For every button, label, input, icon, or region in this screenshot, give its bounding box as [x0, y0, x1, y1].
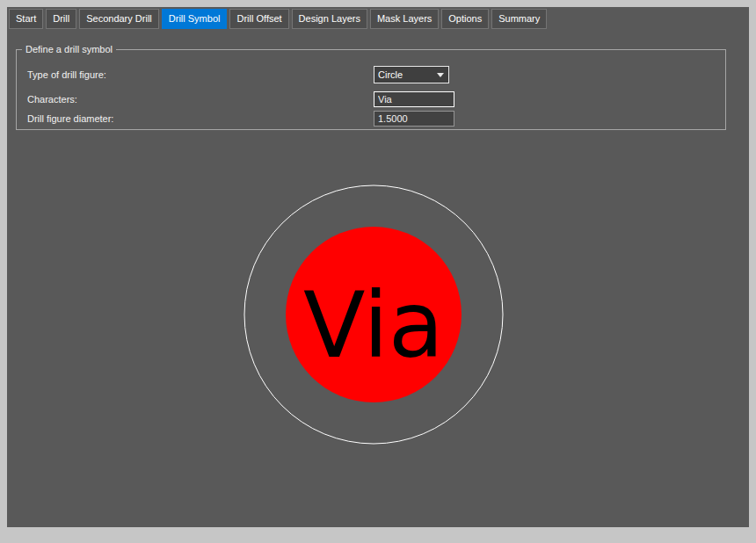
tab-start[interactable]: Start	[9, 9, 43, 29]
dialog-panel: Start Drill Secondary Drill Drill Symbol…	[7, 7, 749, 527]
drill-characters-text: Via	[303, 272, 444, 378]
drill-figure-diameter-label: Drill figure diameter:	[27, 113, 374, 124]
field-row-characters: Characters:	[27, 91, 715, 107]
drill-symbol-preview: Via	[233, 174, 514, 455]
tab-options[interactable]: Options	[441, 9, 489, 29]
characters-input[interactable]	[374, 91, 454, 107]
drill-figure-type-select[interactable]: Circle	[374, 66, 449, 83]
tab-drill-symbol[interactable]: Drill Symbol	[162, 9, 228, 29]
characters-label: Characters:	[27, 94, 374, 105]
drill-figure-type-value: Circle	[378, 69, 403, 80]
tab-bar: Start Drill Secondary Drill Drill Symbol…	[7, 7, 749, 29]
tab-summary[interactable]: Summary	[491, 9, 547, 29]
group-title: Define a drill symbol	[22, 44, 116, 54]
field-row-type: Type of drill figure: Circle	[27, 66, 715, 83]
dropdown-arrow-icon	[437, 73, 444, 77]
tab-drill[interactable]: Drill	[46, 9, 76, 29]
define-drill-symbol-group: Define a drill symbol Type of drill figu…	[16, 44, 726, 130]
drill-figure-diameter-input[interactable]	[374, 111, 454, 127]
field-row-diameter: Drill figure diameter:	[27, 111, 715, 127]
tab-mask-layers[interactable]: Mask Layers	[370, 9, 439, 29]
type-of-drill-figure-label: Type of drill figure:	[27, 69, 374, 80]
tab-secondary-drill[interactable]: Secondary Drill	[79, 9, 159, 29]
tab-drill-offset[interactable]: Drill Offset	[229, 9, 288, 29]
tab-design-layers[interactable]: Design Layers	[292, 9, 367, 29]
